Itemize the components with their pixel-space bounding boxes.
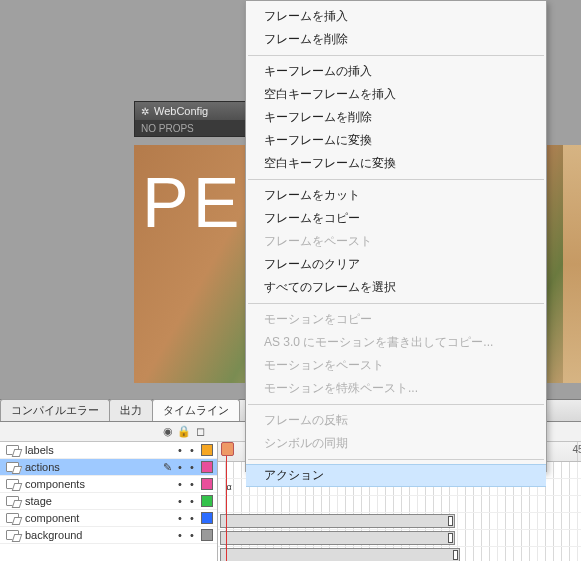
layer-row-labels[interactable]: labels•• [0,442,217,459]
menu-item: モーションをペースト [246,354,546,377]
frame-end-icon [448,533,453,543]
layer-type-icon [6,530,19,540]
layer-name[interactable]: components [25,478,160,490]
layer-row-components[interactable]: components•• [0,476,217,493]
menu-item: フレームの反転 [246,409,546,432]
menu-separator [248,459,544,460]
tab-compile-error[interactable]: コンパイルエラー [0,399,110,421]
layer-row-component[interactable]: component•• [0,510,217,527]
layer-type-icon [6,462,19,472]
visibility-dot[interactable]: • [174,461,186,473]
outline-icon[interactable]: ◻ [192,425,208,438]
track-row[interactable] [218,530,581,547]
track-row[interactable] [218,513,581,530]
layer-name[interactable]: stage [25,495,160,507]
frame-span[interactable] [220,514,455,528]
stage-preview-strip [563,145,581,383]
menu-item[interactable]: キーフレームの挿入 [246,60,546,83]
frame-context-menu[interactable]: フレームを挿入フレームを削除キーフレームの挿入空白キーフレームを挿入キーフレーム… [245,0,547,472]
lock-dot[interactable]: • [186,512,198,524]
lock-dot[interactable]: • [186,495,198,507]
layer-color-swatch[interactable] [201,461,213,473]
menu-item: シンボルの同期 [246,432,546,455]
eye-icon[interactable]: ◉ [160,425,176,438]
lock-dot[interactable]: • [186,478,198,490]
frame-span[interactable] [220,548,460,561]
menu-item[interactable]: フレームをコピー [246,207,546,230]
menu-item[interactable]: フレームを削除 [246,28,546,51]
layer-color-swatch[interactable] [201,478,213,490]
layer-row-stage[interactable]: stage•• [0,493,217,510]
visibility-dot[interactable]: • [174,444,186,456]
menu-item[interactable]: すべてのフレームを選択 [246,276,546,299]
menu-item: モーションをコピー [246,308,546,331]
frame-end-icon [453,550,458,560]
layer-type-icon [6,479,19,489]
webconfig-title: WebConfig [154,105,208,117]
lock-dot[interactable]: • [186,461,198,473]
menu-item: フレームをペースト [246,230,546,253]
visibility-dot[interactable]: • [174,478,186,490]
frame-span[interactable] [220,531,455,545]
layer-color-swatch[interactable] [201,444,213,456]
menu-item: モーションを特殊ペースト... [246,377,546,400]
menu-item[interactable]: フレームを挿入 [246,5,546,28]
layer-type-icon [6,513,19,523]
menu-separator [248,55,544,56]
menu-item[interactable]: キーフレームに変換 [246,129,546,152]
track-row[interactable] [218,496,581,513]
visibility-dot[interactable]: • [174,529,186,541]
tab-output[interactable]: 出力 [109,399,153,421]
menu-item: AS 3.0 にモーションを書き出してコピー... [246,331,546,354]
tab-timeline[interactable]: タイムライン [152,399,240,421]
menu-item[interactable]: フレームをカット [246,184,546,207]
ruler-tick: 45 [572,444,581,455]
layer-row-background[interactable]: background•• [0,527,217,544]
menu-item[interactable]: 空白キーフレームを挿入 [246,83,546,106]
visibility-dot[interactable]: • [174,512,186,524]
layers-column: labels••actions✎••components••stage••com… [0,442,218,561]
menu-separator [248,179,544,180]
menu-item[interactable]: 空白キーフレームに変換 [246,152,546,175]
visibility-dot[interactable]: • [174,495,186,507]
layer-type-icon [6,445,19,455]
layer-row-actions[interactable]: actions✎•• [0,459,217,476]
lock-dot[interactable]: • [186,529,198,541]
lock-dot[interactable]: • [186,444,198,456]
lock-icon[interactable]: 🔒 [176,425,192,438]
layer-name[interactable]: component [25,512,160,524]
track-row[interactable] [218,547,581,561]
artwork-big-text: PE [142,163,243,243]
menu-separator [248,303,544,304]
layer-color-swatch[interactable] [201,512,213,524]
gear-icon: ✲ [141,106,149,117]
layer-color-swatch[interactable] [201,529,213,541]
layer-type-icon [6,496,19,506]
layer-name[interactable]: labels [25,444,160,456]
menu-item[interactable]: フレームのクリア [246,253,546,276]
menu-item[interactable]: キーフレームを削除 [246,106,546,129]
playhead[interactable] [226,442,227,561]
layer-name[interactable]: background [25,529,160,541]
menu-item[interactable]: アクション [246,464,546,487]
frame-end-icon [448,516,453,526]
layer-color-swatch[interactable] [201,495,213,507]
layer-name[interactable]: actions [25,461,160,473]
menu-separator [248,404,544,405]
pencil-icon[interactable]: ✎ [160,461,174,474]
